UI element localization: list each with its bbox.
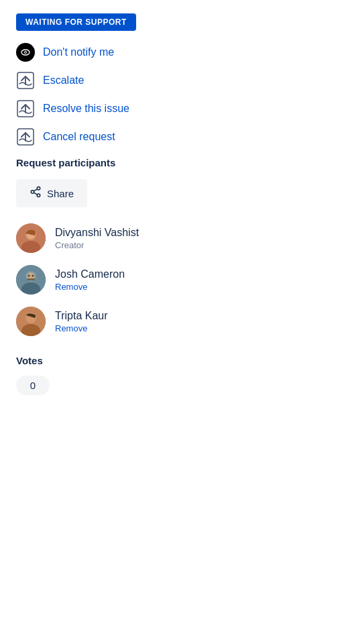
avatar [16,223,46,253]
participant-remove-button[interactable]: Remove [55,323,108,333]
participant-name: Divyanshi Vashist [55,227,139,239]
participant-info: Tripta Kaur Remove [55,310,108,333]
avatar [16,307,46,336]
cancel-icon [16,127,35,146]
votes-section-title: Votes [16,355,322,366]
svg-point-20 [28,275,30,277]
share-label: Share [47,188,74,199]
cancel-action[interactable]: Cancel request [16,127,322,146]
votes-section: Votes 0 [16,355,322,395]
share-button[interactable]: Share [16,179,87,207]
svg-line-9 [34,193,37,195]
svg-point-7 [31,191,34,194]
dont-notify-label: Don't notify me [43,46,114,58]
svg-rect-19 [27,278,35,280]
participant-name: Josh Cameron [55,268,125,280]
share-icon [30,186,42,201]
cancel-label: Cancel request [43,131,115,143]
resolve-action[interactable]: Resolve this issue [16,99,322,118]
svg-point-21 [32,275,34,277]
svg-point-2 [25,52,26,53]
participants-list: Divyanshi Vashist Creator Josh Cameron R… [16,223,322,336]
list-item: Tripta Kaur Remove [16,307,322,336]
status-badge: WAITING FOR SUPPORT [16,13,136,31]
resolve-icon [16,99,35,118]
dont-notify-action[interactable]: Don't notify me [16,43,322,62]
eye-icon [16,43,35,62]
votes-count-badge: 0 [16,376,50,395]
svg-point-8 [37,194,40,197]
list-item: Divyanshi Vashist Creator [16,223,322,253]
participant-role: Creator [55,240,139,250]
escalate-label: Escalate [43,74,84,87]
participants-section-title: Request participants [16,157,322,168]
participant-info: Divyanshi Vashist Creator [55,227,139,250]
resolve-label: Resolve this issue [43,103,129,115]
escalate-icon [16,71,35,90]
participant-info: Josh Cameron Remove [55,268,125,292]
participant-remove-button[interactable]: Remove [55,282,125,292]
svg-line-10 [34,189,37,191]
svg-point-6 [37,187,40,191]
avatar [16,265,46,294]
list-item: Josh Cameron Remove [16,265,322,294]
participant-name: Tripta Kaur [55,310,108,322]
escalate-action[interactable]: Escalate [16,71,322,90]
